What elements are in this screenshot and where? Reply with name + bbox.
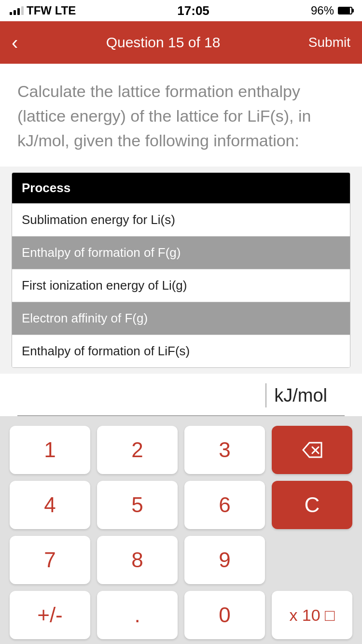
backspace-button[interactable]: [272, 426, 352, 474]
battery-icon: [338, 7, 352, 14]
key-1[interactable]: 1: [10, 426, 90, 474]
table-row: Sublimation energy for Li(s): [12, 203, 350, 236]
keypad: 1 2 3 4 5 6 C 7 8 9 +/- . 0 x 10 □: [0, 416, 362, 644]
process-table: Process Sublimation energy for Li(s) Ent…: [12, 172, 350, 368]
back-button[interactable]: ‹: [12, 33, 18, 52]
table-header-label: Process: [22, 181, 70, 195]
status-carrier: TFW LTE: [10, 4, 76, 17]
table-row: Electron affinity of F(g): [12, 302, 350, 335]
input-divider: [265, 383, 266, 407]
table-row: Enthalpy of formation of F(g): [12, 236, 350, 269]
battery-percent: 96%: [311, 4, 334, 17]
status-time: 17:05: [177, 3, 209, 18]
backspace-icon: [302, 441, 323, 459]
carrier-text: TFW LTE: [27, 4, 76, 17]
key-6[interactable]: 6: [184, 481, 265, 529]
question-area: Calculate the lattice formation enthalpy…: [0, 64, 362, 167]
key-4[interactable]: 4: [10, 481, 90, 529]
table-row: First ionization energy of Li(g): [12, 269, 350, 302]
status-bar: TFW LTE 17:05 96%: [0, 0, 362, 21]
table-header: Process: [12, 173, 350, 203]
table-row: Enthalpy of formation of LiF(s): [12, 335, 350, 367]
answer-area: kJ/mol: [17, 374, 345, 416]
question-progress: Question 15 of 18: [106, 34, 221, 51]
key-plus-minus[interactable]: +/-: [10, 591, 90, 639]
signal-icon: [10, 6, 24, 15]
status-battery: 96%: [311, 4, 352, 17]
key-decimal[interactable]: .: [97, 591, 178, 639]
question-text: Calculate the lattice formation enthalpy…: [17, 79, 345, 153]
key-2[interactable]: 2: [97, 426, 178, 474]
header: ‹ Question 15 of 18 Submit: [0, 21, 362, 64]
key-x10[interactable]: x 10 □: [272, 591, 352, 639]
key-7[interactable]: 7: [10, 536, 90, 584]
answer-input[interactable]: [35, 385, 258, 406]
key-5[interactable]: 5: [97, 481, 178, 529]
answer-unit: kJ/mol: [274, 385, 327, 406]
key-0[interactable]: 0: [184, 591, 265, 639]
submit-button[interactable]: Submit: [308, 35, 350, 50]
key-9[interactable]: 9: [184, 536, 265, 584]
key-8[interactable]: 8: [97, 536, 178, 584]
clear-button[interactable]: C: [272, 481, 352, 529]
key-3[interactable]: 3: [184, 426, 265, 474]
